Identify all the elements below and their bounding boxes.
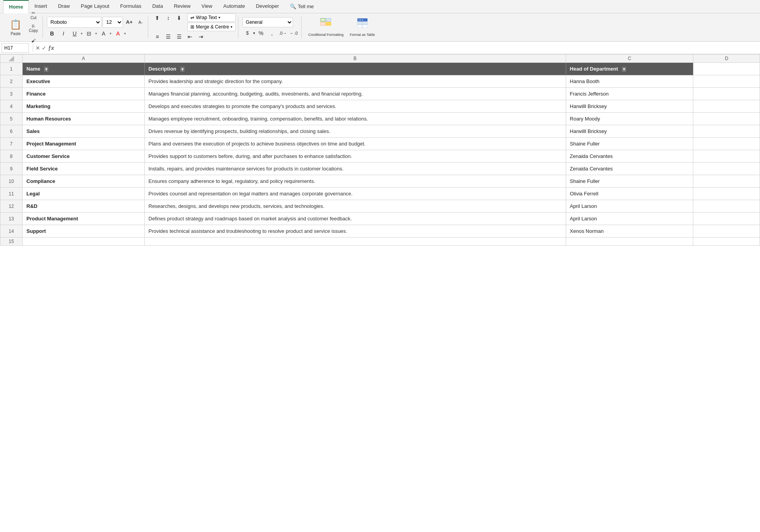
- row7-d[interactable]: [693, 138, 760, 150]
- row2-head[interactable]: Hanna Booth: [566, 75, 693, 88]
- row13-name[interactable]: Product Management: [22, 213, 144, 225]
- row-num-3[interactable]: 3: [0, 88, 23, 100]
- row7-desc[interactable]: Plans and oversees the execution of proj…: [144, 138, 566, 150]
- row10-desc[interactable]: Ensures company adherence to legal, regu…: [144, 175, 566, 188]
- font-name-select[interactable]: Roboto: [47, 17, 101, 28]
- tab-formulas[interactable]: Formulas: [115, 0, 147, 13]
- row-num-5[interactable]: 5: [0, 113, 23, 125]
- font-color-button[interactable]: A: [113, 29, 123, 38]
- row15-head[interactable]: [566, 238, 693, 246]
- row11-name[interactable]: Legal: [22, 188, 144, 200]
- accounting-format-button[interactable]: $: [242, 28, 252, 38]
- row6-desc[interactable]: Drives revenue by identifying prospects,…: [144, 125, 566, 138]
- merge-centre-button[interactable]: ⊞ Merge & Centre ▾: [187, 23, 236, 31]
- row-num-2[interactable]: 2: [0, 75, 23, 88]
- align-middle-button[interactable]: ↕: [163, 13, 173, 23]
- row12-head[interactable]: April Larson: [566, 200, 693, 213]
- tab-draw[interactable]: Draw: [53, 0, 75, 13]
- increase-indent-button[interactable]: ⇥: [196, 32, 206, 41]
- row10-name[interactable]: Compliance: [22, 175, 144, 188]
- row6-d[interactable]: [693, 125, 760, 138]
- borders-button[interactable]: ⊟: [84, 29, 94, 38]
- row-num-8[interactable]: 8: [0, 150, 23, 163]
- row10-d[interactable]: [693, 175, 760, 188]
- row1-col-d[interactable]: [693, 63, 760, 75]
- row5-desc[interactable]: Manages employee recruitment, onboarding…: [144, 113, 566, 125]
- row15-desc[interactable]: [144, 238, 566, 246]
- row5-head[interactable]: Roary Moody: [566, 113, 693, 125]
- row4-name[interactable]: Marketing: [22, 100, 144, 113]
- row7-name[interactable]: Project Management: [22, 138, 144, 150]
- row3-d[interactable]: [693, 88, 760, 100]
- underline-button[interactable]: U: [69, 29, 80, 38]
- tab-review[interactable]: Review: [169, 0, 196, 13]
- comma-button[interactable]: ,: [267, 28, 277, 38]
- row4-desc[interactable]: Develops and executes strategies to prom…: [144, 100, 566, 113]
- row13-desc[interactable]: Defines product strategy and roadmaps ba…: [144, 213, 566, 225]
- row9-head[interactable]: Zenaida Cervantes: [566, 163, 693, 175]
- row3-desc[interactable]: Manages financial planning, accounting, …: [144, 88, 566, 100]
- cancel-formula-icon[interactable]: ✕: [36, 45, 40, 51]
- row14-desc[interactable]: Provides technical assistance and troubl…: [144, 225, 566, 238]
- confirm-formula-icon[interactable]: ✓: [42, 45, 46, 51]
- row-num-13[interactable]: 13: [0, 213, 23, 225]
- row6-head[interactable]: Harwilll Bricksey: [566, 125, 693, 138]
- row5-d[interactable]: [693, 113, 760, 125]
- row-num-12[interactable]: 12: [0, 200, 23, 213]
- row13-d[interactable]: [693, 213, 760, 225]
- row3-head[interactable]: Francis Jefferson: [566, 88, 693, 100]
- tab-home[interactable]: Home: [3, 0, 29, 13]
- tab-data[interactable]: Data: [147, 0, 168, 13]
- align-bottom-button[interactable]: ⬇: [174, 13, 184, 23]
- increase-decimal-button[interactable]: .0→: [278, 28, 288, 38]
- tab-tell-me[interactable]: 🔍 Tell me: [284, 0, 319, 13]
- align-top-button[interactable]: ⬆: [152, 13, 162, 23]
- italic-button[interactable]: I: [58, 29, 68, 38]
- tab-automate[interactable]: Automate: [218, 0, 250, 13]
- row5-name[interactable]: Human Resources: [22, 113, 144, 125]
- fill-color-button[interactable]: A: [98, 29, 108, 38]
- align-right-button[interactable]: ☰: [174, 32, 184, 41]
- row-num-7[interactable]: 7: [0, 138, 23, 150]
- copy-button[interactable]: ⎘ Copy: [27, 22, 40, 34]
- increase-font-button[interactable]: A+: [124, 18, 134, 27]
- row7-head[interactable]: Shaine Fuller: [566, 138, 693, 150]
- row-num-1[interactable]: 1: [0, 63, 23, 75]
- tab-developer[interactable]: Developer: [250, 0, 284, 13]
- formula-input[interactable]: [57, 43, 758, 53]
- col-header-b[interactable]: B: [144, 55, 566, 63]
- row12-d[interactable]: [693, 200, 760, 213]
- tab-insert[interactable]: Insert: [29, 0, 53, 13]
- align-left-button[interactable]: ≡: [152, 32, 162, 41]
- function-icon[interactable]: ƒx: [48, 45, 54, 51]
- row4-head[interactable]: Harwilll Bricksey: [566, 100, 693, 113]
- row14-head[interactable]: Xenos Norman: [566, 225, 693, 238]
- row8-d[interactable]: [693, 150, 760, 163]
- row14-name[interactable]: Support: [22, 225, 144, 238]
- row8-desc[interactable]: Provides support to customers before, du…: [144, 150, 566, 163]
- row2-name[interactable]: Executive: [22, 75, 144, 88]
- row9-desc[interactable]: Installs, repairs, and provides maintena…: [144, 163, 566, 175]
- row11-d[interactable]: [693, 188, 760, 200]
- row-num-11[interactable]: 11: [0, 188, 23, 200]
- row10-head[interactable]: Shaine Fuller: [566, 175, 693, 188]
- row2-d[interactable]: [693, 75, 760, 88]
- percent-button[interactable]: %: [256, 28, 266, 38]
- row3-name[interactable]: Finance: [22, 88, 144, 100]
- row2-desc[interactable]: Provides leadership and strategic direct…: [144, 75, 566, 88]
- col-header-d[interactable]: D: [693, 55, 760, 63]
- description-dropdown-icon[interactable]: ▾: [180, 67, 185, 72]
- row4-d[interactable]: [693, 100, 760, 113]
- row-num-14[interactable]: 14: [0, 225, 23, 238]
- name-dropdown-icon[interactable]: ▾: [44, 67, 48, 72]
- format-as-table-button[interactable]: ▾ ▾ ▾ Format as Table: [347, 16, 378, 39]
- row13-head[interactable]: April Larson: [566, 213, 693, 225]
- row-num-9[interactable]: 9: [0, 163, 23, 175]
- row12-desc[interactable]: Researches, designs, and develops new pr…: [144, 200, 566, 213]
- row6-name[interactable]: Sales: [22, 125, 144, 138]
- head-of-dept-dropdown-icon[interactable]: ▾: [622, 67, 626, 72]
- row12-name[interactable]: R&D: [22, 200, 144, 213]
- number-format-select[interactable]: General: [242, 17, 293, 27]
- row9-d[interactable]: [693, 163, 760, 175]
- row9-name[interactable]: Field Service: [22, 163, 144, 175]
